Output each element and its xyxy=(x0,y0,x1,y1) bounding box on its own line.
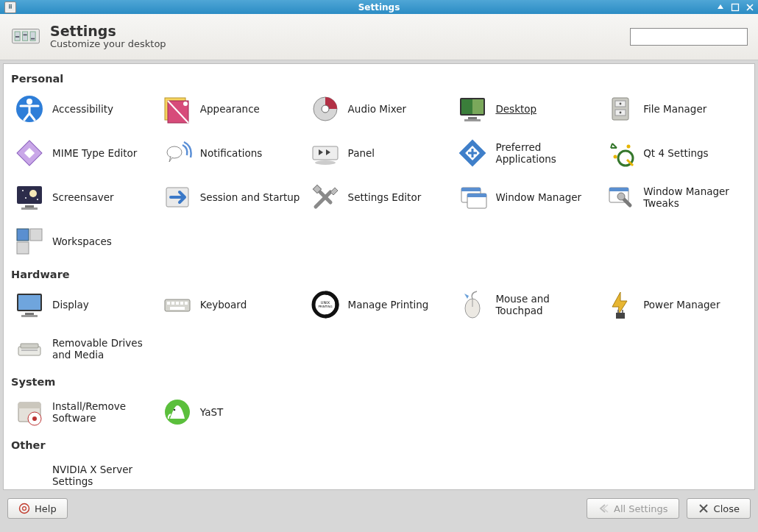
settings-item-label: Install/Remove Software xyxy=(52,400,126,424)
settings-item-label: Power Manager xyxy=(643,299,720,311)
section-title: Personal xyxy=(11,73,747,85)
rollup-button[interactable] xyxy=(715,2,726,13)
settings-item-desktop[interactable]: Desktop xyxy=(454,89,599,129)
settings-item-label: Session and Startup xyxy=(200,191,300,203)
settings-item-panel[interactable]: Panel xyxy=(307,133,452,173)
settings-item-label: Screensaver xyxy=(52,191,114,203)
appearance-icon xyxy=(162,93,193,124)
settings-item-label: YaST xyxy=(200,406,223,418)
help-button-label: Help xyxy=(35,503,57,514)
mouse-icon xyxy=(457,289,488,320)
settings-item-yast[interactable]: YaST xyxy=(159,392,304,432)
settings-item-label: Notifications xyxy=(200,147,263,159)
file-manager-icon xyxy=(605,93,636,124)
settings-header-icon xyxy=(10,21,41,52)
settings-item-power-manager[interactable]: Power Manager xyxy=(602,285,747,324)
audio-mixer-icon xyxy=(310,93,341,124)
section-grid: NVIDIA X Server Settings xyxy=(11,455,747,490)
desktop-icon xyxy=(457,93,488,124)
settings-editor-icon xyxy=(310,182,341,213)
settings-item-keyboard[interactable]: Keyboard xyxy=(159,285,304,324)
none-icon xyxy=(14,460,45,490)
search-box[interactable] xyxy=(630,28,748,46)
section-title: Hardware xyxy=(11,269,747,280)
settings-item-preferred-applications[interactable]: Preferred Applications xyxy=(454,133,599,173)
yast-icon xyxy=(162,397,193,428)
settings-item-label: Desktop xyxy=(495,103,536,115)
settings-item-label: MIME Type Editor xyxy=(52,147,137,159)
search-input[interactable] xyxy=(634,29,757,44)
notifications-icon xyxy=(162,138,193,169)
settings-item-display[interactable]: Display xyxy=(11,285,156,324)
settings-item-label: Qt 4 Settings xyxy=(643,147,708,159)
settings-item-file-manager[interactable]: File Manager xyxy=(602,89,747,129)
settings-item-label: Window Manager Tweaks xyxy=(643,185,729,209)
display-icon xyxy=(14,289,45,320)
settings-item-label: Window Manager xyxy=(495,191,581,203)
close-app-button[interactable]: Close xyxy=(687,498,751,519)
section-grid: Install/Remove SoftwareYaST xyxy=(11,392,747,432)
printing-icon xyxy=(310,289,341,320)
settings-item-label: Accessibility xyxy=(52,103,113,115)
settings-item-label: NVIDIA X Server Settings xyxy=(52,464,132,487)
window-titlebar: ⠿ Settings xyxy=(0,0,758,14)
removable-icon xyxy=(14,333,45,364)
page-title: Settings xyxy=(50,24,166,39)
settings-item-label: Removable Drives and Media xyxy=(52,337,143,361)
svg-rect-0 xyxy=(732,4,739,10)
settings-item-label: Manage Printing xyxy=(348,299,429,311)
qt4-icon xyxy=(605,138,636,169)
window-title: Settings xyxy=(0,2,758,13)
settings-item-notifications[interactable]: Notifications xyxy=(159,133,304,173)
settings-item-removable-drives-and-media[interactable]: Removable Drives and Media xyxy=(11,329,156,369)
footer-bar: Help All Settings Close xyxy=(0,493,758,524)
settings-item-label: File Manager xyxy=(643,103,706,115)
settings-item-screensaver[interactable]: Screensaver xyxy=(11,177,156,217)
app-icon: ⠿ xyxy=(4,1,16,13)
maximize-button[interactable] xyxy=(730,2,740,13)
settings-item-workspaces[interactable]: Workspaces xyxy=(11,221,156,261)
settings-item-accessibility[interactable]: Accessibility xyxy=(11,89,156,129)
settings-item-qt-4-settings[interactable]: Qt 4 Settings xyxy=(602,133,747,173)
window-manager-icon xyxy=(457,182,488,213)
settings-item-appearance[interactable]: Appearance xyxy=(159,89,304,129)
section-title: Other xyxy=(11,439,747,451)
settings-item-install-remove-software[interactable]: Install/Remove Software xyxy=(11,392,156,432)
settings-item-session-and-startup[interactable]: Session and Startup xyxy=(159,177,304,217)
section-title: System xyxy=(11,376,747,388)
settings-item-window-manager-tweaks[interactable]: Window Manager Tweaks xyxy=(602,177,747,217)
settings-item-label: Audio Mixer xyxy=(348,103,407,115)
power-icon xyxy=(605,289,636,320)
header-text: Settings Customize your desktop xyxy=(50,24,166,50)
svg-rect-3 xyxy=(23,32,28,40)
help-button[interactable]: Help xyxy=(7,498,68,519)
screensaver-icon xyxy=(14,182,45,213)
settings-item-settings-editor[interactable]: Settings Editor xyxy=(307,177,452,217)
all-settings-label: All Settings xyxy=(614,503,668,514)
panel-icon xyxy=(310,138,341,169)
settings-item-manage-printing[interactable]: Manage Printing xyxy=(307,285,452,324)
all-settings-button: All Settings xyxy=(587,498,679,519)
settings-item-mime-type-editor[interactable]: MIME Type Editor xyxy=(11,133,156,173)
settings-content: PersonalAccessibilityAppearanceAudio Mix… xyxy=(3,63,755,490)
close-label: Close xyxy=(714,503,740,514)
wm-tweaks-icon xyxy=(605,182,636,213)
settings-item-label: Workspaces xyxy=(52,235,112,247)
settings-item-label: Panel xyxy=(348,147,375,159)
svg-point-11 xyxy=(23,507,26,511)
settings-item-label: Display xyxy=(52,299,89,311)
section-grid: DisplayKeyboardManage PrintingMouse and … xyxy=(11,285,747,369)
settings-item-audio-mixer[interactable]: Audio Mixer xyxy=(307,89,452,129)
preferred-apps-icon xyxy=(457,138,488,169)
svg-rect-6 xyxy=(24,35,27,36)
settings-item-mouse-and-touchpad[interactable]: Mouse and Touchpad xyxy=(454,285,599,324)
section-grid: AccessibilityAppearanceAudio MixerDeskto… xyxy=(11,89,747,261)
session-icon xyxy=(162,182,193,213)
svg-rect-7 xyxy=(31,38,35,40)
settings-item-label: Preferred Applications xyxy=(495,141,556,165)
settings-item-label: Appearance xyxy=(200,103,260,115)
settings-item-nvidia-x-server-settings[interactable]: NVIDIA X Server Settings xyxy=(11,455,156,490)
page-subtitle: Customize your desktop xyxy=(50,38,166,49)
close-button[interactable] xyxy=(745,2,755,13)
settings-item-window-manager[interactable]: Window Manager xyxy=(454,177,599,217)
